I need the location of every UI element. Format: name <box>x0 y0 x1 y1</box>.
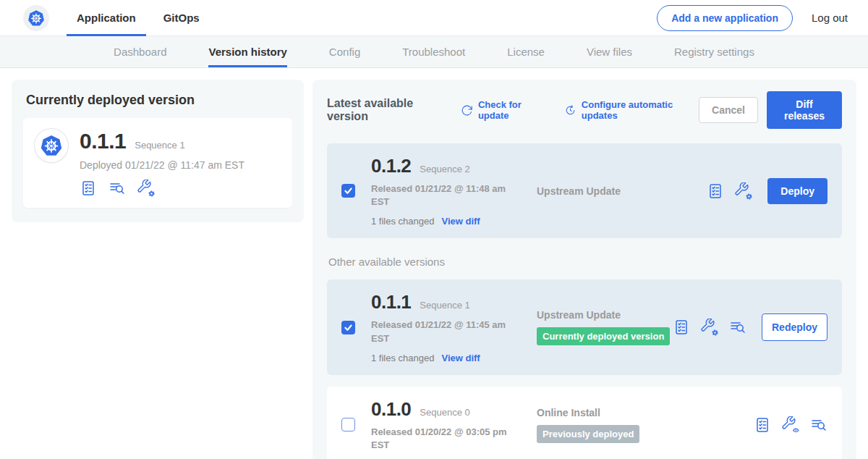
version-actions <box>754 416 827 434</box>
version-source: Upstream Update Currently deployed versi… <box>537 309 673 345</box>
currently-deployed-panel: Currently deployed version <box>12 80 304 222</box>
previously-deployed-badge: Previously deployed <box>537 425 639 443</box>
version-card-0-1-2: 0.1.2 Sequence 2 Released 01/21/22 @ 11:… <box>327 143 842 238</box>
version-actions: Deploy <box>707 178 827 204</box>
version-card-0-1-1: 0.1.1 Sequence 1 Released 01/21/22 @ 11:… <box>327 279 842 374</box>
version-number: 0.1.1 <box>371 291 411 313</box>
configure-automatic-updates-link[interactable]: Configure automatic updates <box>564 99 699 121</box>
edit-config-icon[interactable] <box>735 182 752 200</box>
latest-version-header: Latest available version Check for updat… <box>327 91 842 129</box>
app-logo <box>23 5 49 31</box>
version-actions: Redeploy <box>673 313 827 341</box>
kubernetes-icon <box>27 9 46 28</box>
released-timestamp: Released 01/20/22 @ 03:05 pm EST <box>371 426 516 452</box>
sequence-label: Sequence 0 <box>420 407 469 418</box>
version-number: 0.1.0 <box>371 398 411 421</box>
check-for-update-link[interactable]: Check for update <box>461 99 547 121</box>
source-label: Upstream Update <box>537 185 707 197</box>
logout-button[interactable]: Log out <box>812 12 848 24</box>
refresh-icon <box>461 104 473 117</box>
version-info: 0.1.1 Sequence 1 Released 01/21/22 @ 11:… <box>371 291 527 363</box>
release-notes-icon[interactable] <box>707 182 724 200</box>
tab-version-history[interactable]: Version history <box>208 36 286 67</box>
cancel-button[interactable]: Cancel <box>699 97 758 123</box>
deployed-sequence-label: Sequence 1 <box>135 140 184 151</box>
version-source: Online Install Previously deployed <box>537 407 754 443</box>
tab-view-files-label: View files <box>587 46 632 58</box>
view-logs-icon[interactable] <box>109 180 126 197</box>
view-diff-link[interactable]: View diff <box>441 216 480 227</box>
release-notes-icon[interactable] <box>754 416 771 434</box>
release-notes-icon[interactable] <box>80 180 97 197</box>
source-label: Upstream Update <box>537 309 673 321</box>
deployed-timestamp: Deployed 01/21/22 @ 11:47 am EST <box>80 159 244 171</box>
checkmark-icon <box>344 186 353 195</box>
tab-dashboard-label: Dashboard <box>114 46 166 58</box>
tab-registry-settings[interactable]: Registry settings <box>674 36 754 67</box>
view-logs-icon[interactable] <box>729 319 746 336</box>
kubernetes-icon <box>39 133 64 158</box>
release-notes-icon[interactable] <box>673 319 690 336</box>
tab-troubleshoot-label: Troubleshoot <box>402 46 465 58</box>
tab-troubleshoot[interactable]: Troubleshoot <box>402 36 465 67</box>
tab-dashboard[interactable]: Dashboard <box>114 36 166 67</box>
released-timestamp: Released 01/21/22 @ 11:45 am EST <box>371 319 516 345</box>
version-source: Upstream Update <box>537 185 707 197</box>
deployed-version-info: 0.1.1 Sequence 1 Deployed 01/21/22 @ 11:… <box>80 129 244 197</box>
version-number: 0.1.2 <box>371 155 411 177</box>
files-changed-label: 1 files changed <box>371 353 434 363</box>
version-checkbox[interactable] <box>341 321 355 334</box>
configure-automatic-updates-label: Configure automatic updates <box>582 99 699 121</box>
latest-version-title: Latest available version <box>327 97 446 123</box>
check-for-update-label: Check for update <box>478 99 547 121</box>
tab-config-label: Config <box>329 46 360 58</box>
redeploy-button[interactable]: Redeploy <box>762 313 827 341</box>
version-card-0-1-0: 0.1.0 Sequence 0 Released 01/20/22 @ 03:… <box>327 387 842 459</box>
currently-deployed-badge: Currently deployed version <box>537 327 670 345</box>
files-changed-label: 1 files changed <box>371 216 434 227</box>
deployed-version-card: 0.1.1 Sequence 1 Deployed 01/21/22 @ 11:… <box>23 118 292 208</box>
currently-deployed-title: Currently deployed version <box>26 93 292 108</box>
version-info: 0.1.2 Sequence 2 Released 01/21/22 @ 11:… <box>371 155 527 227</box>
other-versions-title: Other available versions <box>328 256 842 268</box>
deployed-version-number: 0.1.1 <box>80 129 126 153</box>
tab-registry-settings-label: Registry settings <box>674 46 754 58</box>
source-label: Online Install <box>537 407 754 418</box>
app-sub-nav: Dashboard Version history Config Trouble… <box>0 36 868 68</box>
add-application-button[interactable]: Add a new application <box>657 5 793 31</box>
tab-config[interactable]: Config <box>329 36 360 67</box>
view-config-icon[interactable] <box>782 416 799 434</box>
deployed-action-icons <box>80 180 244 197</box>
tab-application[interactable]: Application <box>75 0 137 36</box>
view-diff-link[interactable]: View diff <box>441 353 480 363</box>
sequence-label: Sequence 2 <box>420 164 469 174</box>
checkmark-icon <box>344 323 353 332</box>
sequence-label: Sequence 1 <box>420 300 469 311</box>
main-content: Currently deployed version <box>0 68 868 459</box>
top-tabs: Application GitOps <box>75 0 201 36</box>
diff-releases-button[interactable]: Diff releases <box>767 91 842 129</box>
deployed-app-logo <box>35 129 68 162</box>
version-history-panel: Latest available version Check for updat… <box>312 80 856 459</box>
version-checkbox[interactable] <box>341 184 355 198</box>
clock-refresh-icon <box>564 104 576 117</box>
released-timestamp: Released 01/21/22 @ 11:48 am EST <box>371 182 516 209</box>
tab-license[interactable]: License <box>507 36 545 67</box>
edit-config-icon[interactable] <box>701 319 718 336</box>
tab-version-history-label: Version history <box>208 46 286 58</box>
top-nav: Application GitOps Add a new application… <box>0 0 868 36</box>
tab-gitops[interactable]: GitOps <box>162 0 201 36</box>
tab-license-label: License <box>507 46 545 58</box>
tab-gitops-label: GitOps <box>163 12 200 24</box>
edit-config-icon[interactable] <box>137 180 155 197</box>
version-checkbox[interactable] <box>341 418 355 431</box>
tab-application-label: Application <box>77 12 136 24</box>
deploy-button[interactable]: Deploy <box>767 178 827 204</box>
version-info: 0.1.0 Sequence 0 Released 01/20/22 @ 03:… <box>371 398 527 452</box>
tab-view-files[interactable]: View files <box>587 36 632 67</box>
view-logs-icon[interactable] <box>810 416 827 434</box>
